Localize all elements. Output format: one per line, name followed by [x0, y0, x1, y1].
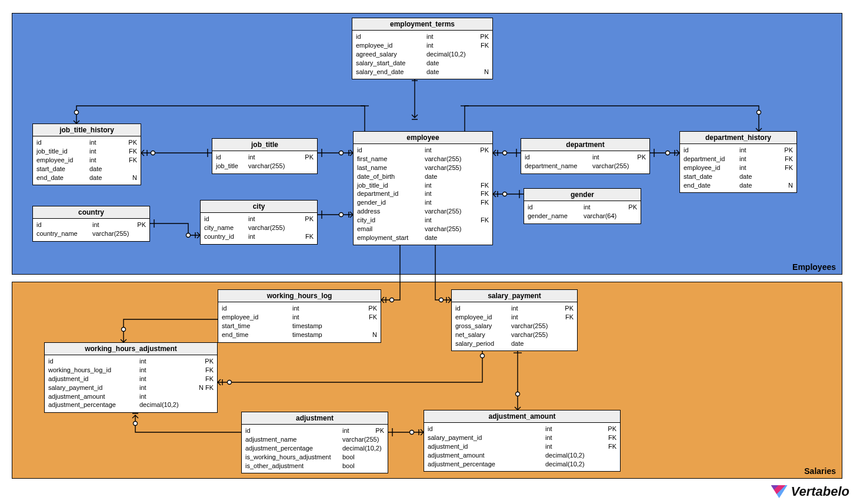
- column-row: start_timetimestamp: [222, 322, 377, 331]
- column-name: department_name: [525, 162, 592, 171]
- column-row: country_idintFK: [204, 232, 314, 241]
- column-row: employee_idintFK: [455, 313, 574, 322]
- table-columns: idintPKworking_hours_log_idintFKadjustme…: [45, 355, 217, 412]
- table-columns: idintPKjob_titlevarchar(255): [212, 151, 317, 173]
- table-department-history[interactable]: department_history idintPKdepartment_idi…: [679, 131, 797, 193]
- column-type: int: [139, 392, 202, 401]
- column-row: salary_end_datedateN: [356, 68, 489, 76]
- column-name: city_name: [204, 223, 248, 232]
- column-row: last_namevarchar(255): [357, 163, 489, 172]
- column-key: PK: [605, 425, 616, 433]
- column-name: id: [48, 357, 139, 366]
- column-key: [625, 212, 637, 221]
- column-row: agreed_salarydecimal(10,2): [356, 50, 489, 59]
- column-type: varchar(255): [425, 225, 477, 233]
- column-name: job_title: [216, 162, 248, 171]
- column-type: date: [425, 172, 477, 181]
- column-name: job_title_id: [36, 147, 89, 156]
- table-working-hours-adjustment[interactable]: working_hours_adjustment idintPKworking_…: [44, 342, 218, 413]
- region-employees-label: Employees: [792, 262, 836, 272]
- column-row: idintPK: [245, 426, 384, 435]
- column-key: [477, 155, 489, 163]
- column-type: varchar(255): [511, 331, 562, 339]
- column-name: employee_id: [455, 313, 511, 322]
- column-row: adjustment_idintFK: [48, 375, 214, 383]
- column-type: int: [248, 153, 302, 162]
- column-row: department_idintFK: [357, 189, 489, 198]
- column-type: varchar(255): [511, 322, 562, 331]
- column-name: id: [357, 146, 425, 155]
- table-adjustment[interactable]: adjustment idintPKadjustment_namevarchar…: [241, 412, 388, 473]
- column-type: int: [92, 221, 134, 229]
- column-name: email: [357, 225, 425, 233]
- table-job-title[interactable]: job_title idintPKjob_titlevarchar(255): [212, 138, 318, 174]
- column-key: [562, 322, 574, 331]
- column-row: idintPK: [36, 138, 137, 147]
- table-working-hours-log[interactable]: working_hours_log idintPKemployee_idintF…: [218, 289, 381, 343]
- table-employee[interactable]: employee idintPKfirst_namevarchar(255)la…: [353, 131, 493, 245]
- table-department[interactable]: department idintPKdepartment_namevarchar…: [521, 138, 650, 174]
- table-title: job_title: [212, 139, 317, 151]
- table-title: department_history: [680, 132, 796, 144]
- column-name: address: [357, 207, 425, 216]
- table-adjustment-amount[interactable]: adjustment_amount idintPKsalary_payment_…: [424, 410, 621, 472]
- column-row: start_datedate: [684, 172, 793, 181]
- column-key: [382, 435, 394, 444]
- column-type: varchar(255): [425, 155, 477, 163]
- column-key: PK: [477, 146, 489, 155]
- column-name: salary_end_date: [356, 68, 426, 76]
- column-key: PK: [302, 215, 314, 223]
- column-key: [372, 453, 384, 462]
- column-key: [477, 59, 489, 68]
- column-type: int: [426, 41, 477, 50]
- column-key: PK: [365, 304, 377, 313]
- column-name: employee_id: [36, 156, 89, 165]
- column-type: int: [511, 304, 562, 313]
- table-title: working_hours_log: [218, 290, 381, 302]
- column-type: decimal(10,2): [426, 50, 477, 59]
- column-type: int: [592, 153, 634, 162]
- column-name: department_id: [357, 189, 425, 198]
- column-row: date_of_birthdate: [357, 172, 489, 181]
- column-name: id: [222, 304, 292, 313]
- column-key: PK: [134, 221, 146, 229]
- column-row: idintPK: [216, 153, 314, 162]
- column-key: PK: [477, 32, 489, 41]
- column-type: int: [584, 203, 625, 212]
- column-type: varchar(255): [92, 229, 134, 238]
- column-row: idintPK: [357, 146, 489, 155]
- column-key: [634, 162, 646, 171]
- column-row: end_datedateN: [684, 181, 793, 190]
- table-country[interactable]: country idintPKcountry_namevarchar(255): [32, 206, 150, 242]
- table-columns: idintPKgender_namevarchar(64): [524, 201, 641, 223]
- column-key: [781, 172, 793, 181]
- column-key: PK: [634, 153, 646, 162]
- column-key: FK: [562, 313, 574, 322]
- column-type: int: [425, 146, 477, 155]
- table-employment-terms[interactable]: employment_terms idintPKemployee_idintFK…: [352, 18, 493, 79]
- column-row: is_other_adjustmentbool: [245, 462, 384, 470]
- column-type: varchar(64): [584, 212, 625, 221]
- column-type: int: [739, 155, 781, 163]
- table-columns: idintPKemployee_idintFKagreed_salarydeci…: [352, 31, 492, 79]
- column-key: FK: [781, 163, 793, 172]
- column-name: adjustment_amount: [48, 392, 139, 401]
- column-row: employment_startdate: [357, 233, 489, 242]
- column-key: FK: [781, 155, 793, 163]
- column-type: varchar(255): [592, 162, 634, 171]
- table-job-title-history[interactable]: job_title_history idintPKjob_title_idint…: [32, 124, 141, 185]
- table-gender[interactable]: gender idintPKgender_namevarchar(64): [524, 188, 641, 224]
- table-salary-payment[interactable]: salary_payment idintPKemployee_idintFKgr…: [451, 289, 578, 351]
- column-key: PK: [125, 138, 137, 147]
- column-key: [385, 444, 397, 453]
- table-columns: idintPKemployee_idintFKgross_salaryvarch…: [452, 302, 577, 351]
- column-row: city_namevarchar(255): [204, 223, 314, 232]
- column-type: int: [292, 313, 365, 322]
- column-name: agreed_salary: [356, 50, 426, 59]
- column-name: id: [455, 304, 511, 313]
- table-city[interactable]: city idintPKcity_namevarchar(255)country…: [200, 200, 318, 245]
- column-key: N: [781, 181, 793, 190]
- table-columns: idintPKcity_namevarchar(255)country_idin…: [201, 213, 317, 244]
- column-key: FK: [605, 442, 616, 451]
- column-row: net_salaryvarchar(255): [455, 331, 574, 339]
